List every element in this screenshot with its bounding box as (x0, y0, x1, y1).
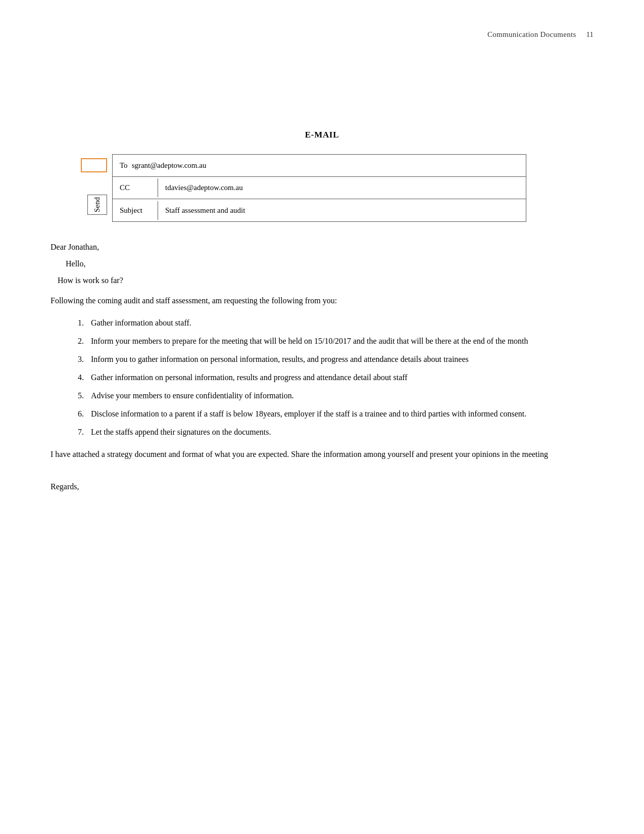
to-value: sgrant@adeptow.com.au (132, 161, 207, 170)
email-side-buttons: Send (81, 158, 107, 215)
header-page-number: 11 (586, 30, 593, 39)
list-item: Advise your members to ensure confidenti… (86, 389, 593, 403)
salutation: Dear Jonathan, (51, 240, 593, 254)
cc-label: CC (113, 178, 158, 197)
to-label: To (120, 161, 128, 170)
email-fields-table: To sgrant@adeptow.com.au CC tdavies@adep… (112, 154, 526, 222)
greeting: Hello, (66, 257, 593, 270)
closing-paragraph: I have attached a strategy document and … (51, 447, 593, 461)
email-form: Send To sgrant@adeptow.com.au CC tdavies… (81, 154, 593, 222)
email-cc-row: CC tdavies@adeptow.com.au (113, 177, 526, 199)
orange-box (81, 158, 107, 172)
regards: Regards, (51, 480, 593, 493)
header-section-label: Communication Documents (487, 30, 576, 39)
email-body: Dear Jonathan, Hello, How is work so far… (51, 240, 593, 493)
email-subject-row: Subject Staff assessment and audit (113, 199, 526, 221)
list-item: Inform your members to prepare for the m… (86, 334, 593, 348)
intro-paragraph: Following the coming audit and staff ass… (51, 294, 593, 308)
how-is-work: How is work so far? (58, 273, 593, 287)
page: Communication Documents 11 E-MAIL Send T… (0, 0, 644, 834)
email-to-row: To sgrant@adeptow.com.au (113, 155, 526, 177)
list-item: Disclose information to a parent if a st… (86, 407, 593, 421)
subject-label: Subject (113, 201, 158, 220)
email-title: E-MAIL (51, 130, 593, 140)
subject-value: Staff assessment and audit (158, 201, 252, 220)
list-item: Gather information about staff. (86, 316, 593, 330)
send-button[interactable]: Send (87, 195, 107, 215)
list-item: Let the staffs append their signatures o… (86, 425, 593, 439)
list-item: Gather information on personal informati… (86, 370, 593, 385)
cc-value: tdavies@adeptow.com.au (158, 178, 250, 197)
list-item: Inform you to gather information on pers… (86, 352, 593, 366)
page-header: Communication Documents 11 (51, 30, 593, 39)
request-list: Gather information about staff.Inform yo… (86, 316, 593, 439)
